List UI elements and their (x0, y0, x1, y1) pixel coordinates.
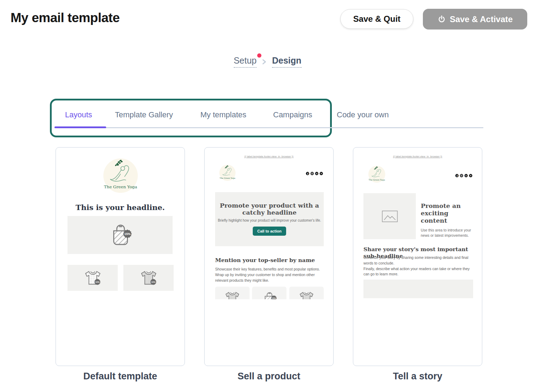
view-in-browser-link: {{ label.template.footer.view_in_browser… (205, 155, 333, 158)
template-card-sell-a-product[interactable]: {{ label.template.footer.view_in_browser… (204, 147, 334, 366)
tshirt-dotted-icon (83, 270, 103, 286)
power-icon (437, 15, 446, 24)
breadcrumb: Setup Design (234, 55, 302, 68)
product-thumb (252, 287, 286, 299)
youtube-icon (320, 172, 323, 175)
active-tab-indicator (54, 126, 106, 128)
page-title: My email template (11, 11, 120, 25)
promo-block: Promote your product with a catchy headl… (215, 192, 324, 246)
story-intro: Use this area to introduce your news or … (421, 228, 476, 238)
youtube-icon (469, 174, 472, 177)
email-preview-default: This is your headline. (56, 148, 185, 299)
template-card-default[interactable]: This is your headline. (56, 147, 185, 366)
breadcrumb-design-link[interactable]: Design (272, 55, 301, 68)
footer-placeholder (363, 280, 473, 298)
instagram-icon (460, 174, 463, 177)
product-image-placeholder (123, 265, 174, 291)
tshirt-striped-icon (298, 291, 315, 299)
linkedin-icon (315, 172, 318, 175)
setup-label: Setup (234, 55, 257, 65)
section-title: Mention your top-seller by name (215, 257, 315, 263)
tab-code-your-own[interactable]: Code your own (337, 110, 389, 119)
call-to-action-button: Call to action (253, 227, 286, 236)
body-line: Wrap up by inviting your customer to sho… (215, 272, 325, 283)
brand-logo (103, 158, 138, 194)
instagram-icon (310, 172, 314, 175)
tab-template-gallery[interactable]: Template Gallery (115, 110, 173, 119)
hero-image-placeholder (67, 216, 173, 254)
social-icons (306, 172, 323, 175)
facebook-icon (455, 174, 459, 177)
save-quit-label: Save & Quit (353, 14, 401, 24)
breadcrumb-setup-link[interactable]: Setup (234, 55, 257, 68)
template-card-tell-a-story[interactable]: {{ label.template.footer.view_in_browser… (353, 147, 482, 366)
product-image-placeholder (67, 265, 118, 291)
email-template-editor: My email template Save & Quit Save & Act… (0, 0, 535, 392)
tab-my-templates[interactable]: My templates (200, 110, 246, 119)
image-placeholder-icon (382, 210, 398, 222)
notification-dot (257, 53, 262, 58)
tshirt-striped-icon (139, 270, 159, 286)
tab-campaigns[interactable]: Campaigns (273, 110, 312, 119)
shopping-bag-icon (106, 222, 134, 248)
social-icons (455, 174, 472, 177)
section-body: Showcase their key features, benefits an… (215, 267, 325, 283)
promo-headline: Promote your product with a catchy headl… (217, 202, 322, 216)
product-thumb (289, 287, 324, 299)
save-activate-label: Save & Activate (450, 14, 513, 24)
save-activate-button[interactable]: Save & Activate (423, 9, 527, 30)
template-name-sell-a-product: Sell a product (204, 371, 334, 382)
preview-headline: This is your headline. (56, 203, 185, 212)
story-intro-column: Promote an exciting content Use this are… (421, 202, 476, 238)
body-line: Showcase their key features, benefits an… (215, 267, 325, 272)
section-body: Continue your story by sharing some inte… (363, 255, 474, 277)
image-placeholder-box (363, 193, 416, 239)
product-thumb (215, 287, 250, 299)
email-preview-tell-a-story: {{ label.template.footer.view_in_browser… (353, 148, 482, 299)
email-preview-sell-a-product: {{ label.template.footer.view_in_browser… (205, 148, 333, 299)
template-name-default: Default template (56, 371, 185, 382)
story-headline: Promote an exciting content (421, 202, 476, 224)
brand-logo (219, 164, 236, 181)
save-quit-button[interactable]: Save & Quit (340, 9, 413, 29)
template-name-tell-a-story: Tell a story (353, 371, 482, 382)
facebook-icon (306, 172, 309, 175)
tshirt-striped-icon (224, 291, 241, 299)
view-in-browser-link: {{ label.template.footer.view_in_browser… (353, 155, 482, 158)
brand-logo (368, 165, 386, 183)
body-line: Continue your story by sharing some inte… (363, 255, 474, 266)
promo-subheadline: Briefly highlight how your product will … (215, 218, 324, 222)
tab-underline-track (54, 127, 483, 128)
chevron-right-icon (262, 59, 266, 65)
body-line: Finally, describe what action your reade… (363, 266, 474, 277)
shopping-bag-icon (260, 291, 278, 299)
linkedin-icon (464, 174, 468, 177)
tab-layouts[interactable]: Layouts (65, 110, 92, 119)
